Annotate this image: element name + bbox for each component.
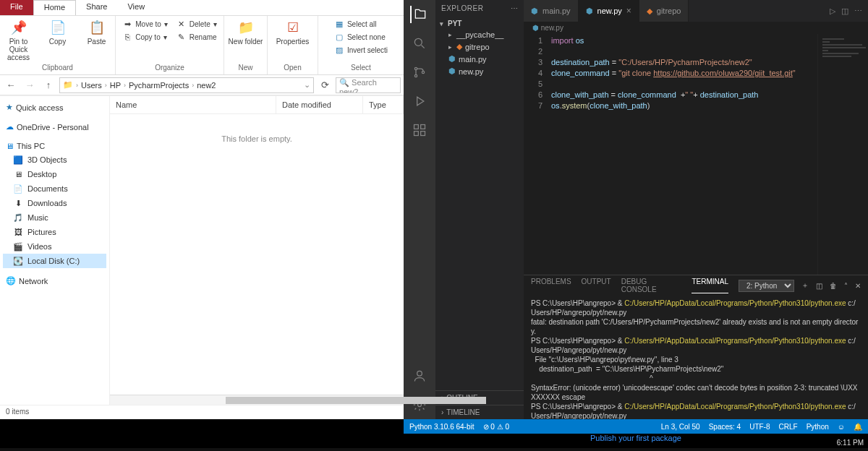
nav-item-desktop[interactable]: 🖥Desktop <box>3 167 106 181</box>
nav-network[interactable]: 🌐Network <box>3 274 106 288</box>
tab-share[interactable]: Share <box>76 0 117 15</box>
svg-point-1 <box>414 67 417 69</box>
source-control-icon[interactable] <box>411 64 428 81</box>
tab-gitrepo[interactable]: ◆gitrepo <box>639 0 689 22</box>
refresh-button[interactable]: ⟳ <box>317 77 333 93</box>
tab-main-py[interactable]: ⬢main.py <box>524 0 579 22</box>
tree-item-main-py[interactable]: ⬢ main.py <box>435 53 524 65</box>
nav-item-music[interactable]: 🎵Music <box>3 210 106 225</box>
status-feedback[interactable]: ☺ <box>838 423 845 431</box>
publish-hint[interactable]: Publish your first package <box>404 434 868 447</box>
chevron-down-icon[interactable]: ⌄ <box>304 80 310 90</box>
tree-root[interactable]: PYT <box>435 18 524 29</box>
svg-point-3 <box>422 71 424 73</box>
group-select-label: Select <box>351 64 371 73</box>
extensions-icon[interactable] <box>411 121 428 139</box>
nav-onedrive[interactable]: ☁OneDrive - Personal <box>3 120 106 134</box>
group-new-label: New <box>238 64 252 73</box>
crumb-new2[interactable]: new2 <box>197 81 216 90</box>
search-icon[interactable] <box>411 35 428 52</box>
nav-item-3d-objects[interactable]: 🟦3D Objects <box>3 153 106 167</box>
tab-new-py[interactable]: ⬢new.py× <box>579 0 639 22</box>
account-icon[interactable] <box>411 367 428 385</box>
taskbar-clock: 6:11 PM <box>837 439 864 447</box>
nav-item-videos[interactable]: 🎬Videos <box>3 239 106 254</box>
maximize-panel-icon[interactable]: ˄ <box>844 282 848 290</box>
split-terminal-icon[interactable]: ◫ <box>816 282 822 290</box>
editor[interactable]: 1234567 import os destination_path = "C:… <box>524 34 868 275</box>
select-all-button[interactable]: ▦Select all <box>331 17 391 30</box>
nav-quick-access[interactable]: ★Quick access <box>3 100 106 114</box>
more-icon[interactable]: ⋯ <box>854 7 862 16</box>
split-editor-icon[interactable]: ◫ <box>841 7 848 16</box>
quick-label: Quick access <box>16 103 63 112</box>
forward-button[interactable]: → <box>22 77 38 93</box>
panel-tab-debug-console[interactable]: DEBUG CONSOLE <box>621 278 682 293</box>
close-panel-icon[interactable]: ✕ <box>855 282 861 290</box>
back-button[interactable]: ← <box>3 77 19 93</box>
run-icon[interactable]: ▷ <box>830 7 835 16</box>
panel-tab-terminal[interactable]: TERMINAL <box>692 278 728 293</box>
crumb-pycharm[interactable]: PycharmProjects <box>129 81 189 90</box>
drive-icon: 💽 <box>13 256 23 266</box>
nav-item-local-disk-c-[interactable]: 💽Local Disk (C:) <box>3 254 106 268</box>
breadcrumb[interactable]: ⬢ new.py <box>524 22 868 34</box>
paste-button[interactable]: 📋 Paste <box>79 17 115 46</box>
nav-item-documents[interactable]: 📄Documents <box>3 181 106 196</box>
crumb-hp[interactable]: HP <box>110 81 121 90</box>
debug-icon[interactable] <box>411 93 428 110</box>
pin-quick-access-button[interactable]: 📌 Pin to Quick access <box>1 17 37 61</box>
tab-file[interactable]: File <box>0 0 33 15</box>
col-date[interactable]: Date modified <box>276 96 363 113</box>
explorer-icon[interactable] <box>410 6 427 23</box>
nav-item-pictures[interactable]: 🖼Pictures <box>3 225 106 239</box>
side-more-icon[interactable]: ⋯ <box>511 4 519 12</box>
nav-this-pc[interactable]: 🖥This PC <box>3 139 106 153</box>
terminal-selector[interactable]: 2: Python <box>739 280 794 292</box>
status-eol[interactable]: CRLF <box>779 423 798 431</box>
nav-item-downloads[interactable]: ⬇Downloads <box>3 196 106 210</box>
horizontal-scrollbar[interactable] <box>110 395 404 405</box>
paste-icon: 📋 <box>87 17 107 38</box>
tree-item-new-py[interactable]: ⬢ new.py <box>435 65 524 77</box>
status-problems[interactable]: ⊘ 0 ⚠ 0 <box>483 423 509 431</box>
trash-icon[interactable]: 🗑 <box>830 282 837 290</box>
status-bell-icon[interactable]: 🔔 <box>854 423 862 431</box>
move-to-button[interactable]: ➡Move to ▾ <box>119 17 171 30</box>
rename-button[interactable]: ✎Rename <box>174 30 220 43</box>
new-folder-button[interactable]: 📁 New folder <box>228 17 264 46</box>
taskbar[interactable] <box>0 448 868 451</box>
select-none-button[interactable]: ▢Select none <box>331 30 391 43</box>
status-python[interactable]: Python 3.10.6 64-bit <box>409 423 475 431</box>
copy-button[interactable]: 📄 Copy <box>40 17 76 46</box>
panel-tab-problems[interactable]: PROBLEMS <box>531 278 571 293</box>
timeline-section[interactable]: ›TIMELINE <box>435 405 524 419</box>
invert-selection-button[interactable]: ▨Invert selecti <box>331 43 391 56</box>
col-name[interactable]: Name <box>110 96 276 113</box>
tab-view[interactable]: View <box>117 0 155 15</box>
panel-tab-output[interactable]: OUTPUT <box>582 278 611 293</box>
delete-button[interactable]: ✕Delete ▾ <box>174 17 220 30</box>
status-encoding[interactable]: UTF-8 <box>749 423 770 431</box>
crumb-users[interactable]: Users <box>81 81 102 90</box>
status-spaces[interactable]: Spaces: 4 <box>709 423 741 431</box>
copy-to-button[interactable]: ⎘Copy to ▾ <box>119 30 171 43</box>
new-terminal-icon[interactable]: ＋ <box>801 280 809 291</box>
search-input[interactable]: 🔍 Search new2 <box>336 77 401 93</box>
up-button[interactable]: ↑ <box>41 77 56 93</box>
col-type[interactable]: Type <box>363 96 404 113</box>
terminal[interactable]: PS C:\Users\HP\angrepo> & C:/Users/HP/Ap… <box>524 296 868 419</box>
address-bar[interactable]: 📁 › Users› HP› PycharmProjects› new2 ⌄ <box>59 77 314 93</box>
tree-item-gitrepo[interactable]: ◆ gitrepo <box>435 40 524 53</box>
selectnone-label: Select none <box>347 33 386 41</box>
pin-icon: 📌 <box>9 17 29 38</box>
status-lang[interactable]: Python <box>807 423 829 431</box>
minimap[interactable] <box>817 34 868 275</box>
svg-rect-6 <box>414 132 419 136</box>
ribbon: 📌 Pin to Quick access 📄 Copy 📋 Paste Cli… <box>0 16 404 75</box>
tab-home[interactable]: Home <box>33 0 76 15</box>
status-ln-col[interactable]: Ln 3, Col 50 <box>661 423 700 431</box>
properties-button[interactable]: ☑ Properties <box>275 17 311 46</box>
close-icon[interactable]: × <box>626 6 631 16</box>
tree-item--pycache-[interactable]: __pycache__ <box>435 29 524 40</box>
